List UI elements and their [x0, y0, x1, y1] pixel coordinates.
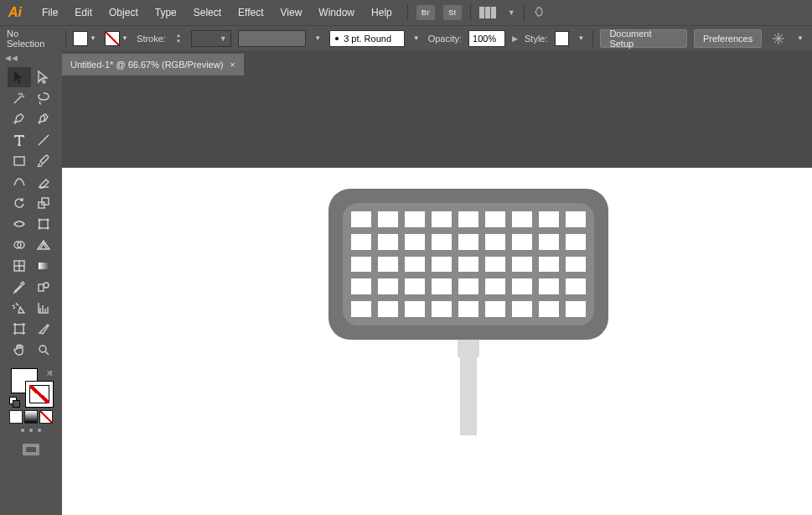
eyedropper-tool[interactable] — [8, 277, 31, 297]
symbol-sprayer-tool[interactable] — [8, 298, 31, 318]
eraser-tool[interactable] — [32, 172, 55, 192]
opacity-label: Opacity: — [428, 34, 462, 44]
menu-object[interactable]: Object — [101, 0, 147, 25]
control-bar: No Selection ▼ ▼ Stroke: ▲▼ ▼ ▼ 3 pt. Ro… — [0, 25, 812, 50]
tools-panel: ◀◀ — [0, 50, 62, 515]
panel-collapse-icon[interactable]: ◀◀ — [0, 54, 62, 64]
curvature-tool[interactable] — [32, 109, 55, 129]
swatter-handle — [460, 358, 477, 435]
selection-tool[interactable] — [8, 67, 31, 87]
screen-mode-button[interactable] — [19, 440, 43, 460]
canvas[interactable] — [62, 75, 812, 515]
menu-edit[interactable]: Edit — [66, 0, 101, 25]
chevron-down-icon[interactable]: ▼ — [411, 31, 422, 46]
svg-rect-0 — [14, 157, 24, 165]
menu-select[interactable]: Select — [185, 0, 230, 25]
svg-point-5 — [46, 219, 49, 221]
chevron-down-icon[interactable]: ▼ — [88, 31, 98, 46]
color-mode-solid[interactable] — [9, 410, 23, 424]
brush-dot-icon — [335, 37, 339, 40]
column-graph-tool[interactable] — [32, 298, 55, 318]
stroke-control[interactable]: ▼ — [105, 31, 130, 46]
line-tool[interactable] — [32, 130, 55, 150]
hand-tool[interactable] — [8, 340, 31, 360]
free-transform-tool[interactable] — [32, 214, 55, 234]
document-setup-button[interactable]: Document Setup — [600, 29, 687, 48]
menu-file[interactable]: File — [34, 0, 66, 25]
tab-title: Untitled-1* @ 66.67% (RGB/Preview) — [70, 60, 223, 70]
style-label: Style: — [525, 34, 548, 44]
selection-status: No Selection — [7, 29, 59, 49]
menu-type[interactable]: Type — [147, 0, 185, 25]
swap-fill-stroke-icon[interactable]: ⤭ — [46, 368, 53, 377]
chevron-down-icon[interactable]: ▼ — [120, 31, 130, 46]
arrange-documents-button[interactable] — [479, 7, 499, 18]
scale-tool[interactable] — [32, 193, 55, 213]
document-area: Untitled-1* @ 66.67% (RGB/Preview) × — [62, 50, 812, 515]
graphic-style-swatch[interactable] — [555, 31, 570, 46]
preferences-button[interactable]: Preferences — [694, 29, 762, 48]
menu-help[interactable]: Help — [363, 0, 401, 25]
stock-button[interactable]: St — [443, 5, 462, 20]
opacity-input[interactable] — [468, 30, 505, 47]
stroke-label: Stroke: — [137, 34, 166, 44]
tool-grid — [4, 64, 59, 363]
gradient-tool[interactable] — [32, 256, 55, 276]
mesh-tool[interactable] — [8, 256, 31, 276]
width-tool[interactable] — [8, 214, 31, 234]
stroke-swatch-large[interactable] — [26, 382, 53, 407]
menu-effect[interactable]: Effect — [230, 0, 272, 25]
color-mode-gradient[interactable] — [24, 410, 38, 424]
tab-strip: Untitled-1* @ 66.67% (RGB/Preview) × — [62, 50, 812, 75]
variable-width-profile[interactable] — [238, 30, 307, 47]
fill-swatch[interactable] — [73, 31, 88, 46]
chevron-down-icon[interactable]: ▼ — [313, 31, 323, 46]
chevron-down-icon: ▼ — [508, 8, 515, 17]
artwork-fly-swatter[interactable] — [328, 189, 608, 435]
zoom-tool[interactable] — [32, 340, 55, 360]
shape-builder-tool[interactable] — [8, 235, 31, 255]
svg-point-15 — [39, 346, 46, 352]
separator — [407, 4, 408, 21]
lasso-tool[interactable] — [32, 88, 55, 108]
menu-window[interactable]: Window — [310, 0, 363, 25]
artboard[interactable] — [62, 168, 812, 515]
paintbrush-tool[interactable] — [32, 151, 55, 171]
fill-stroke-control[interactable]: ⤭ — [9, 368, 53, 407]
brush-definition[interactable]: 3 pt. Round — [329, 30, 405, 47]
swatter-frame — [328, 189, 608, 340]
type-tool[interactable] — [8, 130, 31, 150]
chevron-down-icon[interactable]: ▼ — [795, 31, 805, 46]
svg-point-7 — [46, 227, 49, 230]
menu-view[interactable]: View — [272, 0, 311, 25]
stroke-swatch[interactable] — [105, 31, 120, 46]
stroke-weight-stepper[interactable]: ▲▼ — [173, 30, 184, 47]
default-fill-stroke-icon[interactable] — [9, 397, 19, 407]
fill-control[interactable]: ▼ — [73, 31, 98, 46]
chevron-down-icon[interactable]: ▼ — [576, 31, 586, 46]
workspace: ◀◀ — [0, 50, 812, 515]
rectangle-tool[interactable] — [8, 151, 31, 171]
document-tab[interactable]: Untitled-1* @ 66.67% (RGB/Preview) × — [62, 54, 244, 75]
bridge-button[interactable]: Br — [416, 5, 435, 20]
color-mode-none[interactable] — [39, 410, 53, 424]
gpu-preview-icon[interactable] — [533, 5, 546, 21]
direct-selection-tool[interactable] — [32, 67, 55, 87]
pen-tool[interactable] — [8, 109, 31, 129]
blend-tool[interactable] — [32, 277, 55, 297]
perspective-grid-tool[interactable] — [32, 235, 55, 255]
separator — [592, 30, 593, 47]
chevron-right-icon[interactable]: ▶ — [512, 34, 518, 43]
slice-tool[interactable] — [32, 319, 55, 339]
magic-wand-tool[interactable] — [8, 88, 31, 108]
svg-rect-12 — [39, 284, 44, 291]
align-to-button[interactable] — [768, 29, 789, 48]
svg-rect-14 — [15, 325, 23, 333]
rotate-tool[interactable] — [8, 193, 31, 213]
close-icon[interactable]: × — [230, 60, 235, 70]
artboard-tool[interactable] — [8, 319, 31, 339]
shaper-tool[interactable] — [8, 172, 31, 192]
brush-name: 3 pt. Round — [344, 34, 391, 44]
draw-mode-row[interactable] — [21, 429, 41, 432]
stroke-weight-select[interactable]: ▼ — [191, 30, 231, 47]
